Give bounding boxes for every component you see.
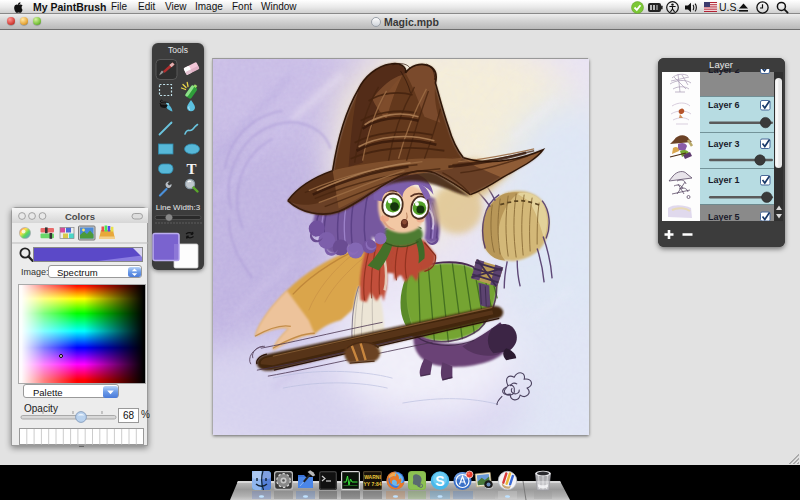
svg-text:WARNI: WARNI — [364, 474, 381, 480]
svg-text:Layer 5: Layer 5 — [708, 212, 740, 222]
svg-text:Line Width:3: Line Width:3 — [156, 203, 201, 212]
svg-text:S: S — [435, 473, 444, 489]
svg-text:Layer 1: Layer 1 — [708, 175, 740, 185]
svg-text:Colors: Colors — [65, 211, 95, 222]
svg-text:T: T — [186, 161, 196, 177]
svg-text:Layer 6: Layer 6 — [708, 100, 740, 110]
svg-text:Layer 3: Layer 3 — [708, 139, 740, 149]
svg-text:YY 7:84: YY 7:84 — [364, 481, 382, 487]
svg-text:Tools: Tools — [168, 45, 188, 55]
svg-text:Layer: Layer — [709, 59, 733, 70]
